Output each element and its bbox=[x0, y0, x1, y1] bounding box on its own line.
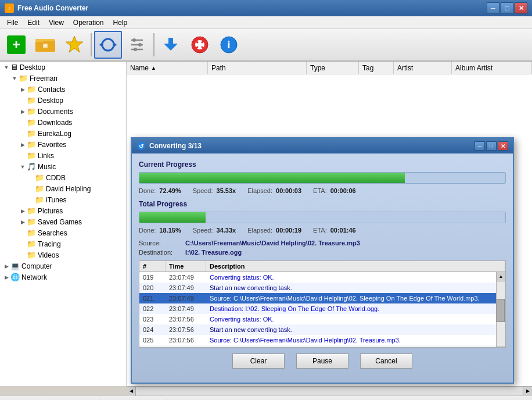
current-progress-bar-fill bbox=[139, 173, 405, 183]
done-label-2: Done: bbox=[139, 227, 156, 234]
menu-help[interactable]: Help bbox=[109, 17, 132, 28]
source-label: Source: bbox=[139, 240, 185, 247]
speed-label-2: Speed: bbox=[193, 227, 213, 234]
sidebar-item-links[interactable]: 📁 Links bbox=[0, 150, 126, 161]
sidebar-item-music[interactable]: ▼ 🎵 Music bbox=[0, 161, 126, 172]
sidebar-item-freeman[interactable]: ▼ 📁 Freeman bbox=[0, 73, 126, 84]
dialog-close-button[interactable]: ✕ bbox=[498, 141, 508, 151]
col-header-name[interactable]: Name ▲ bbox=[127, 62, 208, 74]
col-header-tag[interactable]: Tag bbox=[359, 62, 394, 74]
scroll-thumb[interactable] bbox=[497, 299, 505, 322]
title-bar: ♪ Free Audio Converter ─ □ ✕ bbox=[0, 0, 532, 16]
svg-rect-13 bbox=[132, 38, 136, 42]
sidebar-item-favorites[interactable]: ▶ 📁 Favorites bbox=[0, 139, 126, 150]
sidebar-item-downloads[interactable]: 📁 Downloads bbox=[0, 117, 126, 128]
convert-button[interactable] bbox=[94, 31, 122, 59]
sidebar-item-tracing[interactable]: 📁 Tracing bbox=[0, 238, 126, 249]
destination-value: I:\02. Treasure.ogg bbox=[185, 249, 242, 256]
sidebar-item-pictures[interactable]: ▶ 📁 Pictures bbox=[0, 205, 126, 216]
svg-rect-15 bbox=[134, 48, 137, 51]
current-progress-label: Current Progress bbox=[139, 160, 506, 169]
sidebar-item-network[interactable]: ▶ 🌐 Network bbox=[0, 272, 126, 283]
sidebar-item-cddb[interactable]: 📁 CDDB bbox=[0, 172, 126, 183]
col-header-album-artist[interactable]: Album Artist bbox=[452, 62, 532, 74]
minimize-button[interactable]: ─ bbox=[487, 2, 499, 14]
toolbar: + + i bbox=[0, 29, 532, 62]
elapsed-value-2: 00:00:19 bbox=[276, 227, 301, 234]
eta-value-1: 00:00:06 bbox=[330, 187, 356, 194]
speed-label-1: Speed: bbox=[193, 187, 213, 194]
eta-label-1: ETA: bbox=[313, 187, 327, 194]
sidebar-item-videos[interactable]: 📁 Videos bbox=[0, 249, 126, 260]
sidebar-item-desktop[interactable]: ▼ 🖥 Desktop bbox=[0, 62, 126, 73]
settings-button[interactable] bbox=[123, 31, 151, 59]
help-button[interactable] bbox=[186, 31, 214, 59]
dialog-title-bar: ↺ Converting 3/13 ─ □ ✕ bbox=[132, 138, 513, 153]
col-header-path[interactable]: Path bbox=[208, 62, 307, 74]
log-row[interactable]: 020 23:07:49 Start an new converting tas… bbox=[139, 283, 496, 293]
sidebar-item-computer[interactable]: ▶ 💻 Computer bbox=[0, 260, 126, 272]
menu-edit[interactable]: Edit bbox=[23, 17, 44, 28]
source-value: C:\Users\Freeman\Music\David Helpling\02… bbox=[185, 240, 360, 247]
maximize-button[interactable]: □ bbox=[501, 2, 513, 14]
sidebar: ▼ 🖥 Desktop ▼ 📁 Freeman ▶ 📁 Contacts 📁 D… bbox=[0, 62, 127, 386]
elapsed-label-1: Elapsed: bbox=[247, 187, 272, 194]
svg-text:i: i bbox=[227, 39, 230, 51]
menu-view[interactable]: View bbox=[44, 17, 69, 28]
scroll-left-arrow[interactable]: ◀ bbox=[127, 387, 136, 396]
menu-operation[interactable]: Operation bbox=[69, 17, 109, 28]
add-file-button[interactable]: + bbox=[2, 31, 30, 59]
col-header-artist[interactable]: Artist bbox=[394, 62, 452, 74]
main-content: ▼ 🖥 Desktop ▼ 📁 Freeman ▶ 📁 Contacts 📁 D… bbox=[0, 62, 532, 386]
sidebar-item-saved-games[interactable]: ▶ 📁 Saved Games bbox=[0, 216, 126, 227]
add-folder-button[interactable]: + bbox=[31, 31, 59, 59]
svg-rect-4 bbox=[35, 39, 44, 42]
clear-button[interactable]: Clear bbox=[232, 353, 285, 369]
horizontal-scrollbar[interactable]: ◀ ▶ bbox=[127, 386, 532, 395]
log-row[interactable]: 026 23:07:56 Destination: I:\02. Treasur… bbox=[139, 345, 496, 348]
elapsed-label-2: Elapsed: bbox=[247, 227, 272, 234]
eta-value-2: 00:01:46 bbox=[330, 227, 356, 234]
log-scrollbar[interactable]: ▲ ▼ bbox=[496, 272, 505, 348]
sidebar-item-documents[interactable]: ▶ 📁 Documents bbox=[0, 106, 126, 117]
sidebar-item-itunes[interactable]: 📁 iTunes bbox=[0, 194, 126, 205]
status-bar: 13 file(s) 164.79 MB 01:11:58 No file se… bbox=[0, 395, 532, 400]
sidebar-item-eurekalog[interactable]: 📁 EurekaLog bbox=[0, 128, 126, 139]
app-window: ♪ Free Audio Converter ─ □ ✕ File Edit V… bbox=[0, 0, 532, 400]
svg-marker-9 bbox=[99, 42, 102, 47]
download-button[interactable] bbox=[157, 31, 185, 59]
sidebar-item-david-helpling[interactable]: 📁 David Helpling bbox=[0, 183, 126, 194]
menu-file[interactable]: File bbox=[2, 17, 23, 28]
add-to-list-button[interactable] bbox=[60, 31, 88, 59]
scroll-up-arrow[interactable]: ▲ bbox=[497, 272, 505, 281]
log-row[interactable]: 021 23:07:49 Source: C:\Users\Freeman\Mu… bbox=[139, 293, 496, 303]
scroll-right-arrow[interactable]: ▶ bbox=[523, 387, 532, 396]
col-header-type[interactable]: Type bbox=[307, 62, 359, 74]
total-progress-bar-fill bbox=[139, 212, 206, 223]
dialog-maximize-button[interactable]: □ bbox=[486, 141, 497, 151]
log-row[interactable]: 024 23:07:56 Start an new converting tas… bbox=[139, 324, 496, 335]
done-value-1: 72.49% bbox=[159, 187, 181, 194]
dialog-minimize-button[interactable]: ─ bbox=[475, 141, 485, 151]
sidebar-item-desktop2[interactable]: 📁 Desktop bbox=[0, 95, 126, 106]
info-button[interactable]: i bbox=[215, 31, 243, 59]
sidebar-item-contacts[interactable]: ▶ 📁 Contacts bbox=[0, 84, 126, 95]
log-col-desc-header: Description bbox=[206, 261, 505, 272]
log-row[interactable]: 025 23:07:56 Source: C:\Users\Freeman\Mu… bbox=[139, 335, 496, 345]
destination-label: Destination: bbox=[139, 249, 185, 256]
done-value-2: 18.15% bbox=[159, 227, 181, 234]
scroll-down-arrow[interactable]: ▼ bbox=[497, 347, 505, 348]
pause-button[interactable]: Pause bbox=[296, 353, 348, 369]
log-row[interactable]: 023 23:07:56 Converting status: OK. bbox=[139, 314, 496, 324]
log-row[interactable]: 019 23:07:49 Converting status: OK. bbox=[139, 272, 496, 283]
done-label-1: Done: bbox=[139, 187, 156, 194]
total-progress-label: Total Progress bbox=[139, 200, 506, 208]
svg-marker-7 bbox=[66, 36, 83, 52]
cancel-button[interactable]: Cancel bbox=[360, 353, 412, 369]
svg-text:↺: ↺ bbox=[139, 143, 144, 149]
speed-value-2: 34.33x bbox=[217, 227, 236, 234]
log-row[interactable]: 022 23:07:49 Destination: I:\02. Sleepin… bbox=[139, 303, 496, 314]
close-button[interactable]: ✕ bbox=[515, 2, 527, 14]
current-progress-stats: Done: 72.49% Speed: 35.53x Elapsed: 00:0… bbox=[139, 187, 506, 194]
sidebar-item-searches[interactable]: 📁 Searches bbox=[0, 227, 126, 238]
